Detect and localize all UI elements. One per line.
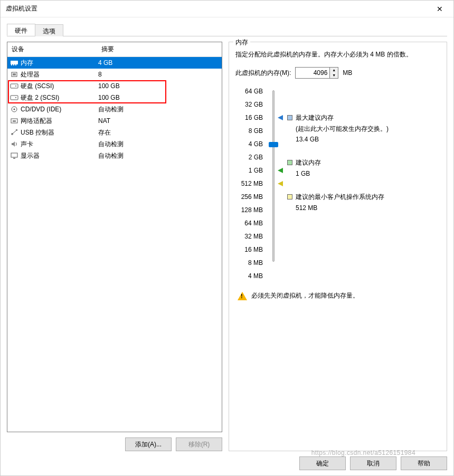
table-row[interactable]: 处理器 8 [7, 69, 222, 80]
legend-max-value: 13.4 GB [296, 134, 389, 145]
marker-max-icon [278, 115, 283, 120]
spinner-down-icon[interactable]: ▼ [330, 73, 338, 78]
device-name: 硬盘 2 (SCSI) [21, 93, 98, 102]
header-device[interactable]: 设备 [7, 42, 97, 56]
tick-label: 512 MB [235, 177, 263, 191]
svg-point-11 [14, 109, 15, 110]
header-summary[interactable]: 摘要 [97, 42, 222, 56]
table-row[interactable]: 声卡 自动检测 [7, 138, 222, 150]
svg-point-7 [15, 85, 16, 87]
help-button[interactable]: 帮助 [401, 456, 447, 470]
usb-icon [10, 128, 19, 137]
slider-thumb[interactable] [269, 142, 278, 147]
legend-max: 最大建议内存 (超出此大小可能发生内存交换。) 13.4 GB [287, 112, 440, 145]
device-name: 网络适配器 [21, 117, 98, 126]
tick-label: 4 MB [235, 270, 263, 283]
legend-min-value: 512 MB [296, 203, 384, 213]
list-header: 设备 摘要 [7, 42, 222, 57]
device-summary: 100 GB [98, 82, 222, 90]
svg-rect-5 [13, 73, 16, 75]
warning-icon [238, 292, 247, 300]
table-row[interactable]: 硬盘 2 (SCSI) 100 GB [7, 92, 222, 103]
track-line [272, 90, 275, 262]
device-name: 内存 [21, 59, 98, 68]
svg-rect-16 [11, 153, 17, 157]
list-rows: 内存 4 GB 处理器 8 硬盘 (SCSI) 100 GB 硬盘 2 (SCS… [7, 57, 222, 432]
device-summary: 自动检测 [98, 105, 222, 114]
device-summary: 自动检测 [98, 151, 222, 160]
legend-rec: 建议内存 1 GB [287, 157, 440, 179]
table-row[interactable]: CD/DVD (IDE) 自动检测 [7, 103, 222, 115]
marker-min-icon [278, 181, 283, 186]
memory-desc: 指定分配给此虚拟机的内存量。内存大小必须为 4 MB 的倍数。 [235, 50, 440, 60]
device-list: 设备 摘要 内存 4 GB 处理器 8 硬盘 (SCSI) 100 GB 硬盘 … [7, 42, 222, 432]
svg-rect-8 [11, 96, 18, 100]
remove-button[interactable]: 移除(R) [176, 437, 222, 451]
memory-icon [10, 59, 19, 67]
tick-label: 4 GB [235, 138, 263, 151]
tick-label: 8 MB [235, 256, 263, 270]
device-summary: 存在 [98, 128, 222, 137]
tick-label: 64 MB [235, 217, 263, 230]
table-row[interactable]: 网络适配器 NAT [7, 115, 222, 127]
device-summary: 100 GB [98, 94, 222, 101]
device-name: 硬盘 (SCSI) [21, 82, 98, 91]
window-title: 虚拟机设置 [6, 4, 429, 13]
memory-group: 内存 指定分配给此虚拟机的内存量。内存大小必须为 4 MB 的倍数。 此虚拟机的… [229, 42, 447, 451]
legend-min: 建议的最小客户机操作系统内存 512 MB [287, 192, 440, 213]
device-summary: 4 GB [98, 59, 222, 66]
legend-min-title: 建议的最小客户机操作系统内存 [296, 192, 384, 202]
memory-input[interactable] [296, 68, 329, 78]
tab-options[interactable]: 选项 [35, 24, 63, 36]
device-name: 声卡 [21, 140, 98, 149]
close-icon[interactable]: ✕ [429, 1, 450, 17]
tabs: 硬件 选项 [7, 24, 447, 36]
device-summary: 8 [98, 71, 222, 78]
spinner-arrows: ▲ ▼ [329, 68, 338, 78]
device-name: 显示器 [21, 151, 98, 160]
tick-label: 128 MB [235, 204, 263, 217]
vm-settings-window: 虚拟机设置 ✕ 硬件 选项 设备 摘要 内存 4 GB 处理器 [0, 0, 454, 476]
disk-icon [10, 82, 19, 90]
memory-spinner[interactable]: ▲ ▼ [295, 67, 338, 79]
table-row[interactable]: 显示器 自动检测 [7, 150, 222, 161]
svg-rect-0 [11, 61, 18, 64]
disk-icon [10, 93, 19, 102]
memory-row: 此虚拟机的内存(M): ▲ ▼ MB [235, 67, 440, 79]
device-name: 处理器 [21, 70, 98, 79]
device-summary: 自动检测 [98, 140, 222, 149]
cancel-button[interactable]: 取消 [350, 456, 396, 470]
svg-rect-6 [11, 84, 18, 88]
svg-rect-1 [11, 64, 12, 65]
table-row[interactable]: USB 控制器 存在 [7, 127, 222, 138]
left-buttons: 添加(A)... 移除(R) [7, 437, 222, 451]
device-name: CD/DVD (IDE) [21, 106, 98, 113]
tick-label: 8 GB [235, 125, 263, 138]
add-button[interactable]: 添加(A)... [125, 437, 172, 451]
group-title: 内存 [233, 38, 250, 47]
legend-max-note: (超出此大小可能发生内存交换。) [296, 123, 389, 134]
titlebar: 虚拟机设置 ✕ [1, 1, 453, 17]
slider-track[interactable] [267, 85, 283, 283]
tab-hardware[interactable]: 硬件 [7, 24, 35, 36]
legend-max-title: 最大建议内存 [296, 112, 389, 123]
tick-label: 16 MB [235, 243, 263, 256]
warning-row: 必须先关闭虚拟机，才能降低内存量。 [235, 291, 440, 300]
nic-icon [10, 117, 19, 125]
svg-rect-15 [16, 129, 17, 131]
footer-buttons: 确定 取消 帮助 https://blog.csdn.net/a51261519… [7, 451, 447, 470]
square-yellow-icon [287, 194, 292, 199]
table-row[interactable]: 内存 4 GB [7, 57, 222, 69]
right-panel: 内存 指定分配给此虚拟机的内存量。内存大小必须为 4 MB 的倍数。 此虚拟机的… [229, 42, 447, 451]
tick-label: 2 GB [235, 151, 263, 164]
memory-label: 此虚拟机的内存(M): [235, 69, 291, 78]
tick-label: 64 GB [235, 85, 263, 98]
columns: 设备 摘要 内存 4 GB 处理器 8 硬盘 (SCSI) 100 GB 硬盘 … [7, 42, 447, 451]
tick-label: 256 MB [235, 191, 263, 204]
display-icon [10, 151, 19, 160]
table-row[interactable]: 硬盘 (SCSI) 100 GB [7, 80, 222, 92]
ok-button[interactable]: 确定 [299, 456, 346, 470]
warning-text: 必须先关闭虚拟机，才能降低内存量。 [251, 291, 359, 300]
tick-label: 1 GB [235, 164, 263, 177]
spinner-up-icon[interactable]: ▲ [330, 68, 338, 73]
